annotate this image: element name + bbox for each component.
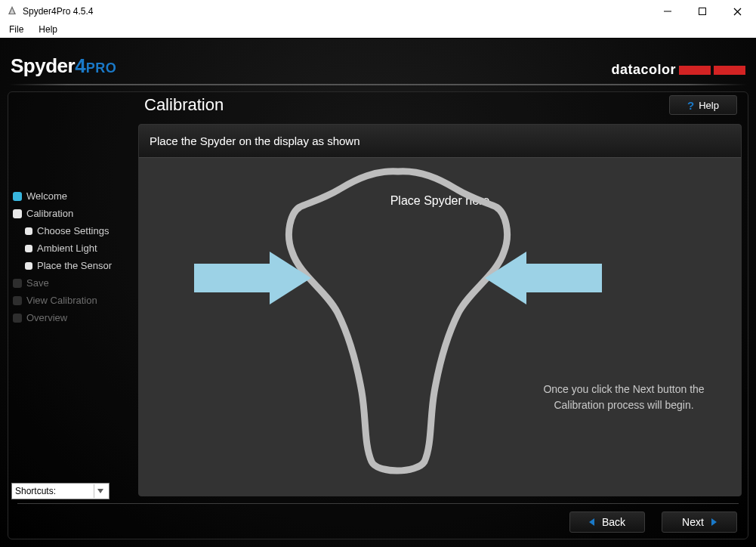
app-icon: [6, 5, 18, 17]
menu-file[interactable]: File: [6, 23, 26, 36]
app-body: Spyder 4 PRO datacolor Calibration ? Hel…: [0, 38, 756, 547]
brand-red-swatch-2: [714, 66, 745, 75]
sidebar-item-ambient-light[interactable]: Ambient Light: [11, 243, 132, 254]
main-panel: Place the Spyder on the display as shown…: [138, 124, 742, 496]
company-logo: datacolor: [611, 62, 745, 78]
window-minimize-button[interactable]: [650, 0, 685, 23]
help-label: Help: [699, 100, 719, 111]
step-bullet-icon: [25, 245, 32, 252]
sidebar-item-overview: Overview: [11, 312, 132, 323]
close-icon: [733, 8, 742, 16]
window-title: Spyder4Pro 4.5.4: [23, 6, 93, 17]
work-frame: Calibration ? Help Welcome Calibration C…: [8, 91, 748, 539]
next-hint-text: Once you click the Next button the Calib…: [522, 382, 726, 413]
company-name: datacolor: [611, 62, 676, 78]
svg-marker-10: [97, 489, 103, 493]
window-close-button[interactable]: [720, 0, 754, 23]
svg-marker-9: [485, 252, 526, 304]
placement-canvas: Place Spyder here Once: [139, 158, 741, 496]
sidebar-item-place-sensor[interactable]: Place the Sensor: [11, 260, 132, 271]
spyder-outline-icon: [187, 165, 609, 483]
menu-help[interactable]: Help: [35, 23, 60, 36]
minimize-icon: [664, 8, 671, 15]
svg-rect-6: [194, 264, 270, 292]
help-icon: ?: [687, 99, 694, 112]
sidebar-item-welcome[interactable]: Welcome: [11, 190, 132, 202]
instruction-bar: Place the Spyder on the display as shown: [139, 125, 741, 158]
svg-rect-3: [699, 8, 706, 15]
next-label: Next: [682, 516, 704, 528]
step-bullet-icon: [25, 227, 32, 235]
step-bullet-icon: [25, 262, 32, 270]
menubar: File Help: [0, 23, 756, 38]
step-bullet-icon: [13, 314, 22, 323]
sidebar-item-label: Calibration: [26, 208, 73, 219]
sidebar-item-label: View Calibration: [26, 295, 97, 306]
sidebar-item-calibration[interactable]: Calibration: [11, 208, 132, 219]
shortcuts-dropdown[interactable]: Shortcuts:: [11, 483, 110, 499]
page-title: Calibration: [144, 95, 224, 115]
step-bullet-icon: [13, 279, 22, 288]
maximize-icon: [699, 8, 706, 15]
branding-row: Spyder 4 PRO datacolor: [0, 39, 756, 84]
sidebar-item-label: Choose Settings: [37, 225, 109, 236]
back-button[interactable]: Back: [569, 511, 645, 533]
sidebar-item-choose-settings[interactable]: Choose Settings: [11, 225, 132, 236]
help-button[interactable]: ? Help: [669, 95, 737, 115]
logo-text-4: 4: [75, 54, 85, 78]
window-maximize-button[interactable]: [685, 0, 720, 23]
step-bullet-icon: [13, 192, 22, 201]
brand-red-swatch: [679, 66, 711, 75]
sidebar-item-label: Ambient Light: [37, 243, 97, 254]
shortcuts-label: Shortcuts:: [15, 486, 56, 496]
chevron-right-icon: [711, 518, 717, 526]
footer-divider: [17, 503, 739, 504]
sidebar-item-save: Save: [11, 277, 132, 289]
brand-divider: [9, 84, 747, 85]
window-titlebar: Spyder4Pro 4.5.4: [0, 0, 756, 23]
step-bullet-icon: [13, 209, 22, 218]
step-sidebar: Welcome Calibration Choose Settings Ambi…: [11, 190, 132, 323]
footer: Back Next: [569, 511, 737, 533]
sidebar-item-label: Welcome: [26, 190, 67, 202]
sidebar-item-label: Place the Sensor: [37, 260, 112, 271]
back-label: Back: [602, 516, 625, 528]
step-bullet-icon: [13, 296, 22, 305]
sidebar-item-label: Save: [26, 277, 49, 289]
svg-rect-8: [526, 264, 602, 292]
product-logo: Spyder 4 PRO: [11, 54, 116, 78]
logo-text-spyder: Spyder: [11, 54, 75, 78]
chevron-left-icon: [589, 518, 594, 526]
sidebar-item-view-calibration: View Calibration: [11, 295, 132, 306]
chevron-down-icon: [94, 484, 106, 498]
logo-text-pro: PRO: [86, 60, 117, 76]
svg-marker-7: [270, 252, 311, 304]
next-button[interactable]: Next: [662, 511, 737, 533]
sidebar-item-label: Overview: [26, 312, 67, 323]
